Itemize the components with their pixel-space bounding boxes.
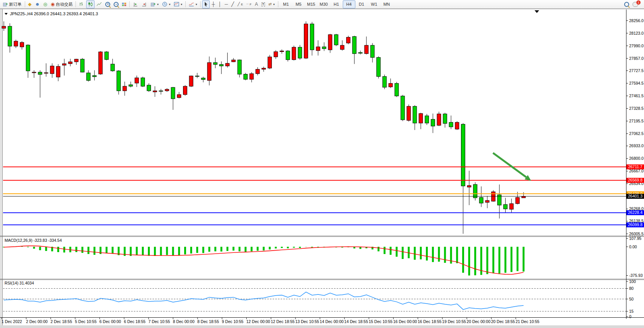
horizontal-line-button[interactable]: ─ [223,0,230,8]
chevron-down-icon: ▾ [181,3,182,6]
candle-body [87,73,90,80]
timeframe-w1-button[interactable]: W1 [368,0,381,8]
candle-body [328,35,332,50]
text-label-button[interactable]: T [260,0,267,8]
price-tag-label: 26569.8 [628,178,642,182]
text-button[interactable]: A [254,0,260,8]
toolbar-separator [25,1,25,7]
time-tick-label: 16 Dec 00:00 [393,319,417,324]
trendline-button[interactable]: ╱ [230,0,236,8]
candle-body [159,91,163,91]
profile-icon: ☻ [35,2,40,6]
clock-button[interactable]: ▾ [161,0,172,8]
candle-body [20,42,24,47]
candle-body [365,45,368,54]
autotrading-button[interactable]: ◉ 自动交易 [49,0,74,8]
crosshair-button[interactable]: ┼ [210,0,217,8]
cursor-button[interactable] [202,0,210,8]
tile-windows-button[interactable] [120,0,128,8]
candle-body [461,124,465,186]
candle-body [437,114,441,125]
candle-body [8,26,12,46]
time-tick-label: 7 Dec 10:55 [148,319,170,324]
notifications-button[interactable]: 1 [631,0,640,8]
auto-scroll-button[interactable] [140,0,148,8]
gold-badge-button[interactable]: ◆ [27,0,33,8]
timeframe-d1-button[interactable]: D1 [355,0,368,8]
candle-body [449,122,453,127]
candle-body [310,24,314,50]
candle-body [231,60,235,62]
chart-canvas[interactable]: JPN225-,H4 26396.0 26441.3 26393.4 26401… [0,9,644,328]
time-tick-label: 14 Dec 18:55 [344,319,368,324]
time-tick-label: 8 Dec 00:00 [173,319,194,324]
template-button[interactable]: ▾ [172,0,184,8]
timeframe-h1-button[interactable]: H1 [330,0,343,8]
timeframe-m1-button[interactable]: M1 [280,0,292,8]
candle-body [171,87,175,99]
candle-body [44,73,48,73]
indicators-button[interactable]: ▾ [187,0,199,8]
indicators-icon [189,2,194,7]
bar-chart-icon [79,2,84,7]
timeframe-m5-button[interactable]: M5 [292,0,305,8]
candle-body [346,37,350,43]
candle-body [485,201,489,203]
crosshair-icon: ┼ [212,2,215,6]
candle-body [50,66,54,74]
candlestick-icon [88,2,93,7]
price-tick-label: 27461.5 [629,93,644,98]
candle-body [201,78,205,80]
cursor-icon [204,2,208,7]
line-chart-button[interactable] [95,0,103,8]
price-tag-label: 26228.4 [628,210,642,215]
vertical-line-icon: │ [218,2,222,6]
equidistant-channel-button[interactable]: ╱E [236,0,244,8]
signals-button[interactable]: ◎ [42,0,48,8]
timeframe-h4-button[interactable]: H4 [343,0,355,8]
candle-body [147,85,151,91]
notification-badge: 1 [636,0,641,5]
bar-chart-button[interactable] [77,0,86,8]
time-tick-label: 6 Dec 00:00 [100,319,121,324]
signal-icon: ◎ [43,2,47,6]
timeframe-m15-button[interactable]: M15 [305,0,318,8]
price-tag-label: 26401.3 [628,194,642,198]
search-button[interactable] [623,0,631,8]
candlestick-chart-button[interactable] [86,0,95,8]
timeframe-m30-button[interactable]: M30 [318,0,330,8]
zoom-in-button[interactable]: + [104,0,112,8]
candle-body [473,185,477,198]
vertical-line-button[interactable]: │ [217,0,223,8]
arrows-button[interactable]: ⇄▾ [267,0,276,8]
candle-body [425,116,429,123]
zoom-out-button[interactable]: − [112,0,120,8]
candle-body [93,76,96,77]
timeframe-mn-button[interactable]: MN [381,0,393,8]
fibonacci-button[interactable]: ┄F [245,0,253,8]
profile-button[interactable]: ☻ [34,0,42,8]
auto-scroll-icon [141,2,147,7]
plus-icon: + [6,2,8,6]
candle-body [117,71,120,91]
candle-body [467,185,471,187]
candle-body [419,114,423,123]
new-chart-button[interactable]: ▤+▾ [149,0,160,8]
price-tick-label: 27727.5 [629,68,644,73]
arrows-icon: ⇄ [268,2,271,6]
chart-shift-button[interactable] [131,0,140,8]
gold-badge-icon: ◆ [28,2,32,6]
new-order-button[interactable]: ▤ + 新订单 [1,0,23,8]
time-tick-label: 16 Dec 18:55 [418,319,442,324]
toolbar-separator [75,1,76,7]
candle-body [14,41,18,46]
candle-body [407,106,411,121]
price-tick-label: 27857.0 [629,56,644,61]
candle-body [377,58,381,77]
candle-body [389,84,392,87]
candle-body [74,59,78,62]
macd-tick-label: 0.00 [629,244,637,249]
rsi-tick-label: 80 [629,286,634,291]
autotrading-icon: ◉ [51,2,55,6]
main-toolbar: ▤ + 新订单 ◆ ☻ ◎ ◉ 自动交易 + − ▤+▾ ▾ ▾ ▾ ┼ │ ─… [0,0,644,9]
